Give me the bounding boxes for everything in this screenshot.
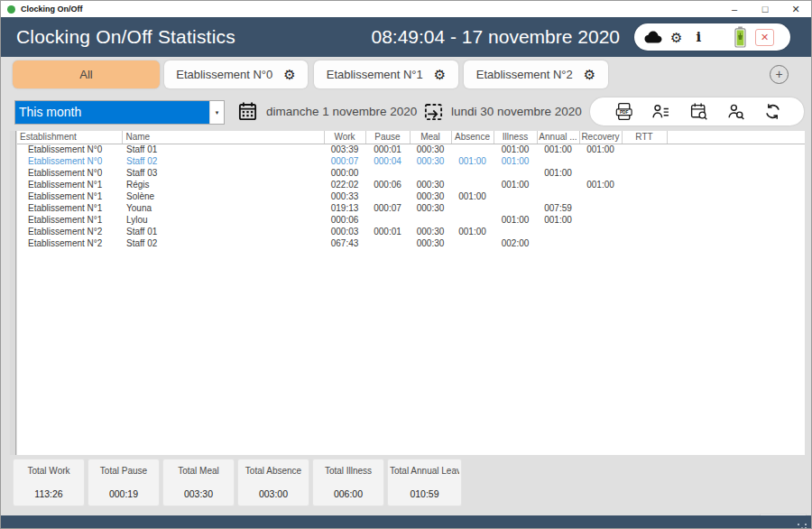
- maximize-button[interactable]: □: [750, 1, 780, 17]
- end-date-calendar-icon[interactable]: [423, 101, 446, 124]
- tab-gear-icon[interactable]: ⚙: [283, 68, 295, 81]
- cell-name[interactable]: Staff 02: [122, 155, 324, 167]
- cell-pause[interactable]: [365, 167, 410, 179]
- header-close-icon[interactable]: ✕: [755, 29, 774, 46]
- cell-annual-leave[interactable]: [537, 190, 579, 202]
- table-row[interactable]: Etablissement N°0 Staff 03 000:00 001:00: [17, 167, 805, 179]
- cell-name[interactable]: Lylou: [122, 214, 324, 226]
- table-row[interactable]: Etablissement N°2 Staff 01 000:03 000:01…: [17, 226, 805, 237]
- table-row[interactable]: Etablissement N°1 Solène 000:33 000:30 0…: [17, 190, 805, 202]
- cell-pause[interactable]: 000:01: [365, 144, 410, 155]
- cell-pause[interactable]: [365, 237, 410, 249]
- cell-illness[interactable]: [494, 226, 537, 237]
- tab-etablissement-1[interactable]: Etablissement N°1 ⚙: [314, 60, 458, 88]
- table-row[interactable]: Etablissement N°1 Lylou 000:06 001:00 00…: [17, 214, 805, 226]
- cell-absence[interactable]: [451, 202, 494, 214]
- cell-illness[interactable]: [494, 190, 537, 202]
- cell-name[interactable]: Staff 01: [122, 144, 324, 155]
- cell-establishment[interactable]: Etablissement N°1: [17, 179, 122, 190]
- cell-rtt[interactable]: [622, 155, 667, 167]
- column-header-name[interactable]: Name: [122, 131, 324, 144]
- cell-absence[interactable]: [451, 179, 494, 190]
- column-header-work[interactable]: Work: [324, 131, 365, 144]
- cell-recovery[interactable]: [579, 226, 622, 237]
- cell-meal[interactable]: 000:30: [410, 179, 451, 190]
- column-header-pause[interactable]: Pause: [365, 131, 410, 144]
- cell-meal[interactable]: [410, 214, 451, 226]
- cell-illness[interactable]: 001:00: [494, 155, 537, 167]
- cell-absence[interactable]: [451, 167, 494, 179]
- staff-search-icon[interactable]: [726, 102, 745, 121]
- tab-gear-icon[interactable]: ⚙: [584, 68, 595, 81]
- cell-establishment[interactable]: Etablissement N°1: [17, 190, 122, 202]
- column-header-recovery[interactable]: Recovery: [579, 131, 622, 144]
- tab-all[interactable]: All: [13, 60, 160, 88]
- column-header-rtt[interactable]: RTT: [622, 131, 667, 144]
- cell-annual-leave[interactable]: [537, 237, 579, 249]
- cell-pause[interactable]: 000:04: [365, 155, 410, 167]
- period-dropdown[interactable]: This month ▾: [14, 100, 225, 125]
- add-establishment-button[interactable]: +: [770, 65, 789, 84]
- start-date-calendar-icon[interactable]: [237, 101, 260, 124]
- table-row[interactable]: Etablissement N°2 Staff 02 067:43 000:30…: [17, 237, 805, 249]
- cell-work[interactable]: 000:03: [324, 226, 365, 237]
- column-header-illness[interactable]: Illness: [494, 131, 537, 144]
- cell-absence[interactable]: [451, 144, 494, 155]
- cell-meal[interactable]: 000:30: [410, 190, 451, 202]
- cell-pause[interactable]: 000:07: [365, 202, 410, 214]
- tab-gear-icon[interactable]: ⚙: [434, 68, 446, 81]
- cell-absence[interactable]: [451, 237, 494, 249]
- cell-recovery[interactable]: [579, 214, 622, 226]
- cell-illness[interactable]: 002:00: [494, 237, 537, 249]
- cell-rtt[interactable]: [622, 202, 667, 214]
- cell-establishment[interactable]: Etablissement N°0: [17, 144, 122, 155]
- column-header-establishment[interactable]: Establishment: [17, 131, 122, 144]
- cell-rtt[interactable]: [622, 144, 667, 155]
- cloud-icon[interactable]: [642, 30, 664, 44]
- cell-work[interactable]: 022:02: [324, 179, 365, 190]
- close-window-button[interactable]: ✕: [780, 1, 811, 17]
- column-header-absence[interactable]: Absence: [451, 131, 494, 144]
- minimize-button[interactable]: –: [719, 1, 750, 17]
- cell-work[interactable]: 019:13: [324, 202, 365, 214]
- cell-annual-leave[interactable]: [537, 226, 579, 237]
- chevron-down-icon[interactable]: ▾: [209, 101, 224, 124]
- cell-work[interactable]: 000:06: [324, 214, 365, 226]
- cell-work[interactable]: 000:33: [324, 190, 365, 202]
- cell-work[interactable]: 003:39: [324, 144, 365, 155]
- cell-illness[interactable]: 001:00: [494, 144, 537, 155]
- calendar-search-icon[interactable]: [689, 102, 708, 121]
- cell-rtt[interactable]: [622, 226, 667, 237]
- cell-recovery[interactable]: [579, 190, 622, 202]
- cell-illness[interactable]: 001:00: [494, 214, 537, 226]
- cell-annual-leave[interactable]: 001:00: [537, 144, 579, 155]
- cell-establishment[interactable]: Etablissement N°1: [17, 214, 122, 226]
- cell-absence[interactable]: [451, 214, 494, 226]
- cell-recovery[interactable]: 001:00: [579, 144, 622, 155]
- cell-meal[interactable]: 000:30: [410, 237, 451, 249]
- cell-annual-leave[interactable]: 001:00: [537, 167, 579, 179]
- cell-recovery[interactable]: 001:00: [579, 179, 622, 190]
- cell-name[interactable]: Youna: [122, 202, 324, 214]
- cell-name[interactable]: Régis: [122, 179, 324, 190]
- cell-recovery[interactable]: [579, 237, 622, 249]
- cell-recovery[interactable]: [579, 202, 622, 214]
- cell-establishment[interactable]: Etablissement N°0: [17, 155, 122, 167]
- staff-list-icon[interactable]: [651, 102, 670, 121]
- cell-recovery[interactable]: [579, 167, 622, 179]
- cell-meal[interactable]: [410, 167, 451, 179]
- cell-name[interactable]: Staff 01: [122, 226, 324, 237]
- cell-pause[interactable]: [365, 214, 410, 226]
- cell-work[interactable]: 067:43: [324, 237, 365, 249]
- cell-name[interactable]: Solène: [122, 190, 324, 202]
- cell-rtt[interactable]: [622, 179, 667, 190]
- cell-rtt[interactable]: [622, 167, 667, 179]
- cell-annual-leave[interactable]: [537, 155, 579, 167]
- cell-illness[interactable]: [494, 167, 537, 179]
- cell-pause[interactable]: 000:01: [365, 226, 410, 237]
- cell-work[interactable]: 000:07: [324, 155, 365, 167]
- cell-annual-leave[interactable]: [537, 179, 579, 190]
- cell-pause[interactable]: 000:06: [365, 179, 410, 190]
- cell-illness[interactable]: [494, 202, 537, 214]
- column-header-meal[interactable]: Meal: [410, 131, 451, 144]
